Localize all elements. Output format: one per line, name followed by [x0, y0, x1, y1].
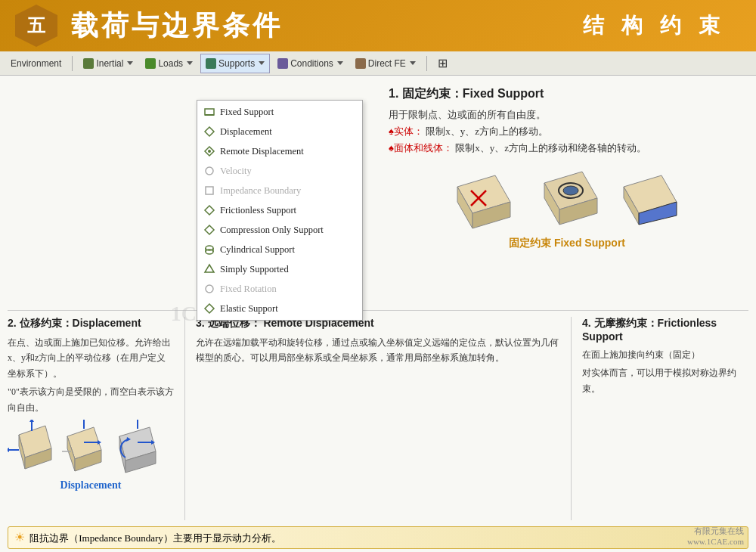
elastic-icon: [203, 302, 215, 315]
v-separator-2: [571, 317, 572, 520]
dropdown-elastic[interactable]: Elastic Support: [197, 299, 362, 318]
section2-desc2: "0"表示该方向是受限的，而空白表示该方向自由。: [8, 384, 174, 415]
displacement-shapes: [8, 420, 174, 476]
sun-icon: ☀: [14, 530, 25, 544]
sections-row: 2. 位移约束：Displacement 在点、边或面上施加已知位移。允许给出x…: [0, 311, 756, 523]
section1-desc1: 用于限制点、边或面的所有自由度。: [389, 107, 745, 123]
svg-marker-13: [205, 265, 214, 272]
toolbar-environment[interactable]: Environment: [6, 54, 66, 73]
impedance-label: Impedance Boundary: [220, 185, 301, 197]
section4-body: 在面上施加接向约束（固定） 对实体而言，可以用于模拟对称边界约束。: [582, 347, 748, 396]
supports-label: Supports: [218, 58, 255, 69]
section4-title: 4. 无摩擦约束：Frictionless Support: [582, 317, 748, 343]
section1-desc3: ♠面体和线体： 限制x、y、z方向上的移动和绕各轴的转动。: [389, 140, 745, 157]
fixed-support-icon: [203, 106, 215, 118]
displacement-icon: [203, 126, 215, 138]
fixed-shape-2: [533, 164, 609, 232]
svg-marker-15: [205, 304, 214, 313]
svg-point-5: [206, 167, 213, 175]
inertial-icon: [83, 58, 94, 69]
dropdown-cylindrical[interactable]: Cylindrical Support: [197, 240, 362, 259]
frictionless-label: Frictionless Support: [220, 205, 296, 216]
toolbar: Environment Inertial Loads Supports Cond…: [0, 51, 756, 76]
section2-title: 2. 位移约束：Displacement: [8, 317, 174, 330]
conditions-icon: [277, 58, 288, 69]
section2-heading: 位移约束：Displacement: [20, 317, 141, 329]
section1-desc2: ♠实体： 限制x、y、z方向上的移动。: [389, 123, 745, 140]
section1-panel: 1. 固定约束：Fixed Support 用于限制点、边或面的所有自由度。 ♠…: [378, 79, 756, 258]
conditions-arrow: [337, 61, 343, 65]
toolbar-conditions[interactable]: Conditions: [273, 54, 348, 73]
direct-fe-arrow: [410, 61, 416, 65]
desc2-text: 限制x、y、z方向上的移动。: [426, 126, 548, 137]
desc3-text: 限制x、y、z方向上的移动和绕各轴的转动。: [455, 142, 646, 154]
page-header: 五 载荷与边界条件 结 构 约 束: [0, 0, 756, 51]
impedance-icon: [203, 185, 215, 197]
impedance-bar: ☀ 阻抗边界（Impedance Boundary）主要用于显示动力分析。: [8, 526, 748, 549]
svg-marker-8: [205, 225, 214, 234]
desc2-label: ♠实体：: [389, 126, 423, 137]
logo-line2: www.1CAE.com: [687, 537, 744, 546]
dropdown-frictionless[interactable]: Frictionless Support: [197, 200, 362, 220]
dropdown-fixed-support[interactable]: Fixed Support: [197, 102, 362, 122]
section4-number: 4.: [582, 317, 591, 329]
dropdown-simply-supported[interactable]: Simply Supported: [197, 259, 362, 279]
svg-marker-7: [205, 206, 214, 215]
page-title: 载荷与边界条件: [71, 8, 283, 45]
direct-fe-icon: [355, 58, 366, 69]
separator-1: [72, 56, 73, 71]
impedance-text: 阻抗边界（Impedance Boundary）主要用于显示动力分析。: [29, 532, 281, 544]
remote-displacement-label: Remote Displacement: [220, 146, 304, 157]
page-subtitle: 结 构 约 束: [583, 11, 726, 40]
svg-rect-0: [205, 109, 214, 115]
frictionless-icon: [203, 204, 215, 216]
supports-dropdown: Fixed Support Displacement Remote Displa…: [197, 100, 363, 321]
loads-arrow: [187, 61, 193, 65]
simply-supported-icon: [203, 263, 215, 275]
disp-shape-3: [112, 420, 161, 476]
section2-desc1: 在点、边或面上施加已知位移。允许给出x、y和z方向上的平动位移（在用户定义坐标系…: [8, 335, 174, 381]
main-content: Fixed Support Displacement Remote Displa…: [0, 76, 756, 552]
loads-icon: [145, 58, 156, 69]
inertial-arrow: [127, 61, 133, 65]
toolbar-direct-fe[interactable]: Direct FE: [351, 54, 420, 73]
displacement-label: Displacement: [220, 126, 272, 138]
svg-point-25: [563, 186, 578, 195]
section3-desc1: 允许在远端加载平动和旋转位移，通过点或输入坐标值定义远端的定位点，默认位置为几何…: [196, 335, 560, 366]
toolbar-supports[interactable]: Supports: [200, 54, 270, 73]
supports-icon: [206, 58, 216, 69]
section1-body: 用于限制点、边或面的所有自由度。 ♠实体： 限制x、y、z方向上的移动。 ♠面体…: [389, 107, 745, 157]
extra-icon: ⊞: [438, 56, 448, 70]
section4-desc2: 对实体而言，可以用于模拟对称边界约束。: [582, 365, 748, 396]
disp-shape-1: [8, 420, 57, 476]
section1-shapes: [389, 164, 745, 232]
hex-label: 五: [27, 14, 45, 38]
simply-supported-label: Simply Supported: [220, 264, 289, 275]
section2-body: 在点、边或面上施加已知位移。允许给出x、y和z方向上的平动位移（在用户定义坐标系…: [8, 335, 174, 415]
toolbar-inertial[interactable]: Inertial: [79, 54, 138, 73]
dropdown-compression[interactable]: Compression Only Support: [197, 220, 362, 240]
dropdown-remote-displacement[interactable]: Remote Displacement: [197, 141, 362, 161]
svg-marker-2: [205, 127, 214, 136]
environment-label: Environment: [11, 58, 61, 69]
compression-icon: [203, 224, 215, 236]
fixed-support-shape-label: 固定约束 Fixed Support: [389, 237, 745, 250]
displacement-label: Displacement: [8, 479, 174, 492]
section1-number: 1.: [389, 87, 398, 100]
header-hex-badge: 五: [15, 5, 57, 47]
loads-label: Loads: [158, 58, 183, 69]
fixed-support-label: Fixed Support: [220, 107, 274, 118]
svg-rect-6: [206, 187, 213, 194]
dropdown-impedance: Impedance Boundary: [197, 181, 362, 200]
bottom-area: 2. 位移约束：Displacement 在点、边或面上施加已知位移。允许给出x…: [0, 310, 756, 552]
dropdown-displacement[interactable]: Displacement: [197, 122, 362, 141]
logo-line1: 有限元集在线: [687, 526, 744, 537]
section1-title: 1. 固定约束：Fixed Support: [389, 86, 745, 102]
svg-point-14: [206, 285, 213, 293]
v-separator-1: [184, 317, 185, 520]
toolbar-loads[interactable]: Loads: [141, 54, 197, 73]
cylindrical-label: Cylindrical Support: [220, 244, 295, 256]
section3-panel: 3. 远端位移： Remote Displacement 允许在远端加载平动和旋…: [196, 317, 560, 520]
toolbar-extra[interactable]: ⊞: [433, 54, 452, 73]
desc3-label: ♠面体和线体：: [389, 142, 453, 154]
